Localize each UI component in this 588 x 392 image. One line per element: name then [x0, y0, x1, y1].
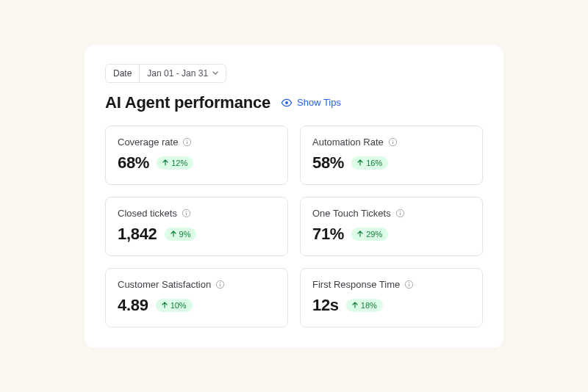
- show-tips-label: Show Tips: [297, 97, 341, 108]
- metric-value: 4.89: [118, 296, 148, 315]
- chevron-down-icon: [212, 71, 218, 75]
- metric-label: One Touch Tickets: [312, 208, 391, 219]
- svg-rect-6: [392, 141, 393, 144]
- metric-value: 58%: [312, 153, 344, 173]
- metric-label: First Response Time: [312, 279, 400, 290]
- svg-rect-15: [220, 283, 220, 286]
- metric-closed-tickets: Closed tickets 1,842 9%: [105, 197, 288, 256]
- metric-delta: 18%: [346, 299, 383, 312]
- svg-point-5: [392, 139, 393, 140]
- arrow-up-icon: [357, 159, 363, 166]
- metric-delta: 12%: [157, 156, 193, 170]
- info-icon[interactable]: [395, 208, 405, 218]
- metric-value: 71%: [312, 225, 344, 244]
- metric-delta-value: 10%: [171, 301, 187, 310]
- svg-point-8: [186, 211, 187, 211]
- dashboard-card: Date Jan 01 - Jan 31 AI Agent performanc…: [85, 45, 503, 348]
- date-picker-range-text: Jan 01 - Jan 31: [147, 68, 208, 79]
- date-picker[interactable]: Date Jan 01 - Jan 31: [105, 64, 226, 83]
- arrow-up-icon: [171, 231, 176, 237]
- metric-delta: 10%: [156, 299, 193, 312]
- metric-value: 12s: [312, 296, 339, 315]
- metric-value: 1,842: [118, 225, 157, 244]
- metric-label: Automation Rate: [312, 137, 384, 148]
- info-icon[interactable]: [182, 137, 192, 147]
- svg-point-0: [285, 101, 288, 104]
- svg-point-11: [399, 211, 400, 211]
- info-icon[interactable]: [404, 280, 414, 289]
- metric-delta: 9%: [165, 228, 197, 241]
- metric-delta-value: 29%: [366, 230, 382, 239]
- metric-one-touch-tickets: One Touch Tickets 71% 29%: [300, 197, 483, 256]
- arrow-up-icon: [162, 159, 168, 166]
- svg-rect-12: [400, 212, 401, 215]
- info-icon[interactable]: [388, 137, 398, 147]
- metric-coverage-rate: Coverage rate 68% 12%: [105, 126, 288, 185]
- metric-label: Customer Satisfaction: [118, 279, 211, 290]
- metric-delta-value: 12%: [171, 159, 187, 167]
- eye-icon: [281, 97, 293, 109]
- show-tips-button[interactable]: Show Tips: [281, 97, 341, 109]
- header-row: AI Agent performance Show Tips: [105, 93, 483, 112]
- svg-point-17: [409, 282, 409, 283]
- metric-label: Closed tickets: [118, 208, 177, 219]
- svg-rect-3: [187, 141, 187, 144]
- svg-rect-9: [186, 212, 187, 215]
- metric-automation-rate: Automation Rate 58% 16%: [300, 126, 483, 185]
- metric-delta: 29%: [351, 228, 388, 241]
- info-icon[interactable]: [215, 280, 225, 289]
- svg-point-14: [220, 282, 220, 283]
- date-picker-range[interactable]: Jan 01 - Jan 31: [140, 65, 226, 82]
- metric-delta-value: 9%: [179, 230, 191, 239]
- metric-label: Coverage rate: [118, 137, 178, 148]
- arrow-up-icon: [357, 231, 363, 237]
- metric-first-response-time: First Response Time 12s 18%: [300, 268, 483, 327]
- svg-rect-18: [409, 283, 409, 286]
- date-picker-label: Date: [106, 65, 140, 82]
- metric-customer-satisfaction: Customer Satisfaction 4.89 10%: [105, 268, 288, 327]
- metric-value: 68%: [118, 153, 149, 173]
- arrow-up-icon: [352, 302, 358, 308]
- metric-delta-value: 16%: [366, 159, 382, 167]
- info-icon[interactable]: [182, 208, 191, 218]
- arrow-up-icon: [162, 302, 168, 308]
- metric-delta-value: 18%: [361, 301, 377, 310]
- metrics-grid: Coverage rate 68% 12% Automation Rate: [105, 126, 483, 327]
- page-title: AI Agent performance: [105, 93, 270, 112]
- svg-point-2: [187, 139, 187, 140]
- metric-delta: 16%: [351, 156, 388, 170]
